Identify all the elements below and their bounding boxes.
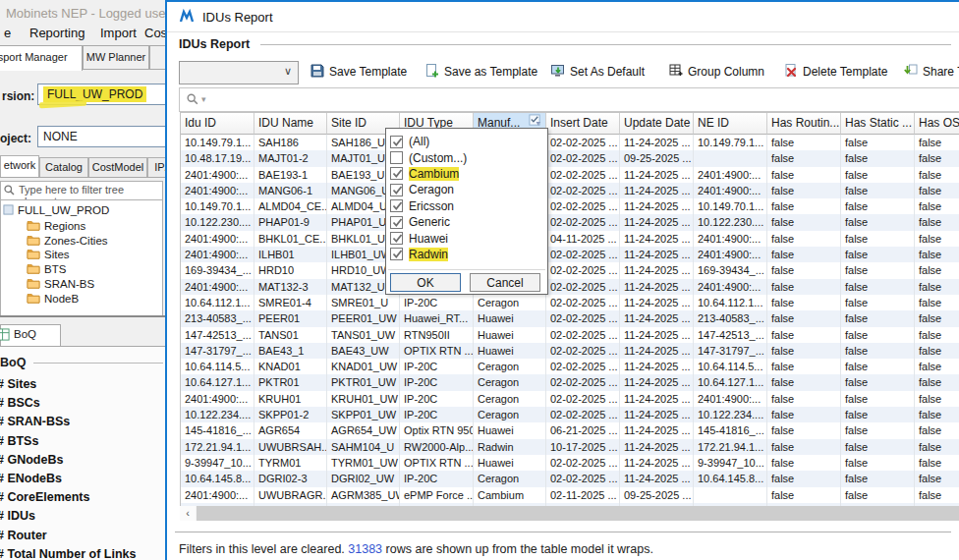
menu-item-import[interactable]: Import [100, 26, 137, 40]
tab-r[interactable]: R [149, 45, 165, 69]
table-row[interactable]: 10.149.79.1...SAH186SAH186_U02-02-2025 .… [181, 135, 959, 150]
column-header-has-routin[interactable]: Has Routin... [767, 113, 841, 135]
template-select[interactable]: ∨ [179, 61, 299, 84]
table-row[interactable]: 10.48.17.19...MAJT01-2MAJT01_U02-02-2025… [181, 150, 959, 166]
unchecked-checkbox-icon[interactable] [390, 151, 403, 164]
menu-item-reporting[interactable]: Reporting [29, 26, 85, 40]
filter-option-radwin[interactable]: Radwin [386, 247, 448, 262]
horizontal-scrollbar[interactable]: ‹ [180, 506, 959, 521]
filter-option-ceragon[interactable]: Ceragon [386, 182, 454, 197]
cancel-button[interactable]: Cancel [470, 273, 540, 292]
tree-filter-input[interactable]: Type here to filter tree elements [0, 181, 163, 200]
tab-boq[interactable]: BoQ [0, 324, 61, 346]
boq-item-sites[interactable]: # Sites [0, 377, 36, 391]
menu-item-cost[interactable]: Cost [144, 26, 165, 40]
table-row[interactable]: 10.64.112.1...SMRE01-4SMRE01_UIP-20CCera… [181, 295, 959, 310]
checked-checkbox-icon[interactable] [390, 232, 403, 245]
column-header-has-static[interactable]: Has Static ... [841, 113, 915, 135]
boq-item-idus[interactable]: # IDUs [0, 509, 35, 523]
subtab-catalog[interactable]: Catalog [39, 157, 88, 177]
cell-site-id: TYRM01_UW [327, 455, 400, 471]
table-row[interactable]: 9-39947_10...TYRM01TYRM01_UWOPTIX RTN ..… [181, 455, 959, 471]
table-row[interactable]: 147-42513_...TANS01TANS01_UWRTN950IIHuaw… [181, 327, 959, 343]
search-icon [3, 184, 16, 199]
save-as-template-button[interactable]: Save as Template [424, 61, 537, 83]
table-row[interactable]: 147-31797_...BAE43_1BAE43_UWOPTIX RTN ..… [181, 343, 959, 359]
filter-option-custom[interactable]: (Custom...) [386, 149, 467, 165]
ok-button[interactable]: OK [390, 273, 461, 292]
status-divider [175, 532, 951, 532]
table-row[interactable]: 10.122.230....PHAP01-9PHAP01_U02-02-2025… [181, 214, 959, 230]
cell-ne-id: 10.64.114.5... [694, 359, 767, 374]
save-template-button[interactable]: Save Template [310, 61, 407, 83]
table-row[interactable]: 2401:4900:...MAT132-3MAT132_U02-02-2025 … [181, 279, 959, 295]
table-row[interactable]: 145-41816_...AGR654AGR654_UWOptix RTN 95… [181, 422, 959, 438]
cell-idu-id: 2401:4900:... [181, 231, 254, 247]
table-row[interactable]: 2401:4900:...UWUBRAGR...AGRM385_UWePMP F… [181, 487, 959, 503]
filter-option-cambium[interactable]: Cambium [386, 166, 459, 182]
cell-idu-name: PHAP01-9 [254, 214, 327, 230]
subtab-etwork[interactable]: etwork [0, 155, 39, 177]
table-row[interactable]: 10.122.234....SKPP01-2SKPP01_UWIP-20CCer… [181, 407, 959, 422]
subtab-ip[interactable]: IP/ [147, 157, 165, 177]
boq-item-total-number-of-links[interactable]: # Total Number of Links [0, 547, 136, 560]
boq-item-router[interactable]: # Router [0, 529, 47, 542]
checked-checkbox-icon[interactable] [390, 167, 403, 180]
checked-checkbox-icon[interactable] [390, 136, 403, 148]
share-te-button[interactable]: Share Te [903, 61, 959, 83]
cell-insert-date: 04-11-2025 ... [546, 231, 620, 247]
scrollbar-thumb[interactable] [197, 506, 959, 521]
filter-option-generic[interactable]: Generic [386, 214, 450, 230]
table-row[interactable]: 10.149.70.1...ALMD04_CE...ALMD04_U02-02-… [181, 198, 959, 214]
table-row[interactable]: 169-39434_...HRD10HRD10_UW02-02-2025 ...… [181, 262, 959, 278]
table-row[interactable]: 10.64.114.5...KNAD01KNAD01_UWIP-20CCerag… [181, 359, 959, 374]
delete-template-button[interactable]: Delete Template [783, 61, 888, 83]
dialog-titlebar[interactable]: IDUs Report [167, 2, 959, 31]
table-row[interactable]: 2401:4900:...BAE193-1BAE193_U02-02-2025 … [181, 167, 959, 183]
checked-checkbox-icon[interactable] [390, 184, 403, 196]
set-as-default-button[interactable]: Set As Default [550, 61, 645, 83]
table-row[interactable]: 213-40583_...PEER01PEER01_UWHuawei_RT...… [181, 310, 959, 326]
table-row[interactable]: 172.21.94.1...UWUBRSAH...SAHM104_URW2000… [181, 439, 959, 455]
boq-item-bscs[interactable]: # BSCs [0, 396, 40, 410]
boq-item-sran-bss[interactable]: # SRAN-BSs [0, 415, 70, 428]
table-row[interactable]: 10.64.127.1...PKTR01PKTR01_UWIP-20CCerag… [181, 374, 959, 390]
tab-ansport-manager[interactable]: ansport Manager [0, 45, 83, 71]
table-row[interactable]: 2401:4900:...ILHB01ILHB01_UW02-02-2025 .… [181, 247, 959, 262]
column-header-insert-date[interactable]: Insert Date [546, 113, 620, 135]
cell-has-static: false [841, 247, 915, 262]
checked-checkbox-icon[interactable] [390, 248, 403, 260]
boq-item-btss[interactable]: # BTSs [0, 434, 38, 448]
tab-mw-planner[interactable]: MW Planner [83, 45, 149, 69]
column-header-idu-id[interactable]: Idu ID [181, 113, 254, 135]
table-row[interactable]: 10.64.145.8...DGRI02-3DGRI02_UWIP-20CCer… [181, 471, 959, 486]
cell-idu-name: HRD10 [254, 262, 327, 278]
column-header-idu-name[interactable]: IDU Name [254, 113, 327, 135]
checked-checkbox-icon[interactable] [390, 216, 403, 229]
column-header-ne-id[interactable]: NE ID [694, 113, 767, 135]
checked-checkbox-icon[interactable] [390, 199, 403, 212]
column-header-has-osp[interactable]: Has OSP [915, 113, 959, 135]
table-row[interactable]: 2401:4900:...MANG06-1MANG06_U02-02-2025 … [181, 183, 959, 198]
panel-splitter[interactable] [0, 315, 165, 317]
column-header-update-date[interactable]: Update Date [620, 113, 694, 135]
filter-option-huawei[interactable]: Huawei [386, 230, 448, 246]
cell-ne-id: 2401:4900:... [694, 167, 767, 183]
table-row[interactable]: 2401:4900:...BHKL01_CE...BHKL01_UW04-11-… [181, 231, 959, 247]
boq-item-coreelements[interactable]: # CoreElements [0, 490, 89, 504]
project-field[interactable]: NONE [37, 126, 165, 147]
group-column-button[interactable]: Group Column [668, 61, 764, 83]
cell-has-osp: false [915, 198, 959, 214]
table-row[interactable]: 2401:4900:...KRUH01KRUH01_UWIP-20CCerago… [181, 391, 959, 407]
scroll-left-arrow-icon[interactable]: ‹ [180, 506, 196, 521]
filter-option-all[interactable]: (All) [386, 134, 429, 149]
menu-item-e[interactable]: e [4, 26, 11, 40]
subtab-costmodel[interactable]: CostModel [88, 157, 147, 177]
table-search-input[interactable]: ▾ [179, 87, 959, 112]
boq-item-enodebs[interactable]: # ENodeBs [0, 472, 62, 485]
filter-option-ericsson[interactable]: Ericsson [386, 198, 454, 214]
cell-has-routin: false [767, 374, 841, 390]
cell-idu-name: ILHB01 [254, 247, 327, 262]
boq-item-gnodebs[interactable]: # GNodeBs [0, 453, 63, 467]
cell-idu-name: UWUBRSAH... [254, 439, 327, 455]
